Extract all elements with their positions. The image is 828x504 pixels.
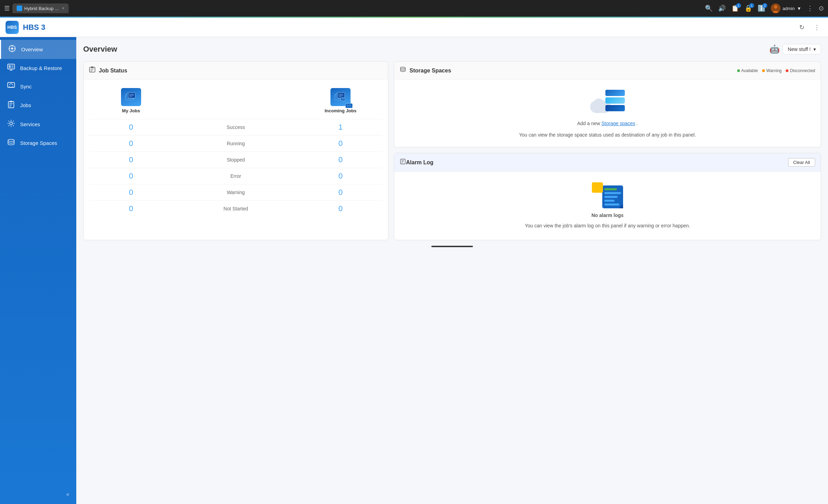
yellow-note bbox=[592, 182, 603, 193]
storage-spaces-panel: Storage Spaces Available Warning bbox=[394, 61, 821, 147]
alarm-log-panel: Alarm Log Clear All bbox=[394, 153, 821, 240]
storage-illustration bbox=[590, 88, 625, 116]
sidebar-collapse-btn[interactable]: « bbox=[0, 486, 76, 502]
svg-point-21 bbox=[10, 122, 12, 125]
sidebar-label-backup-restore: Backup & Restore bbox=[20, 65, 62, 71]
legend-disconnected: Disconnected bbox=[786, 68, 815, 73]
scroll-indicator bbox=[431, 246, 473, 247]
job-label: Not Started bbox=[173, 206, 299, 211]
job-header-row: My Jobs bbox=[89, 85, 382, 119]
db-stack bbox=[605, 88, 625, 113]
doc-line-2 bbox=[604, 196, 618, 198]
available-dot bbox=[737, 69, 740, 72]
svg-point-4 bbox=[11, 47, 13, 50]
backup-restore-icon bbox=[7, 64, 15, 72]
storage-period: . bbox=[637, 121, 638, 126]
job-row: 0 Not Started 0 bbox=[89, 200, 382, 217]
sidebar-item-sync[interactable]: Sync bbox=[0, 77, 76, 96]
job-status-panel: Job Status bbox=[83, 61, 388, 240]
sidebar-item-backup-restore[interactable]: Backup & Restore bbox=[0, 59, 76, 77]
browser-tab[interactable]: Hybrid Backup ... × bbox=[12, 3, 69, 13]
job-my-count: 0 bbox=[89, 204, 173, 213]
svg-rect-17 bbox=[10, 101, 12, 102]
app-header: HBS HBS 3 ↻ ⋮ bbox=[0, 18, 828, 37]
os-more-icon[interactable]: ⋮ bbox=[807, 5, 813, 12]
storage-empty-text: Add a new Storage spaces . bbox=[577, 120, 638, 127]
clear-all-button[interactable]: Clear All bbox=[788, 158, 815, 167]
alarm-empty-title: No alarm logs bbox=[592, 212, 624, 218]
app-window: HBS HBS 3 ↻ ⋮ Overv bbox=[0, 18, 828, 504]
tab-label: Hybrid Backup ... bbox=[24, 6, 59, 11]
tab-close-icon[interactable]: × bbox=[62, 6, 64, 11]
sidebar-item-jobs[interactable]: Jobs bbox=[0, 96, 76, 115]
app-more-icon[interactable]: ⋮ bbox=[811, 22, 822, 33]
main-layout: Overview Backup & Restore bbox=[0, 37, 828, 504]
hamburger-icon[interactable]: ☰ bbox=[4, 5, 10, 12]
job-in-count: 0 bbox=[299, 139, 382, 148]
os-dash-icon[interactable]: ⊙ bbox=[819, 5, 824, 12]
alarm-log-header: Alarm Log Clear All bbox=[394, 153, 821, 172]
storage-link[interactable]: Storage spaces bbox=[601, 121, 635, 126]
disconnected-dot bbox=[786, 69, 788, 72]
doc-line-4 bbox=[604, 203, 619, 206]
alarm-log-icon bbox=[400, 158, 406, 166]
db-disk-3 bbox=[605, 105, 625, 111]
alarm-empty-state: No alarm logs You can view the job's ala… bbox=[394, 172, 821, 240]
job-status-title: Job Status bbox=[99, 68, 382, 74]
sidebar: Overview Backup & Restore bbox=[0, 37, 76, 504]
job-status-panel-icon bbox=[89, 67, 95, 75]
job-row: 0 Error 0 bbox=[89, 168, 382, 184]
db-disk-1 bbox=[605, 90, 625, 96]
doc-corner bbox=[619, 204, 623, 208]
info-badge: 2 bbox=[762, 3, 767, 8]
doc-line-1 bbox=[604, 192, 621, 194]
sidebar-label-jobs: Jobs bbox=[20, 102, 31, 108]
available-label: Available bbox=[741, 68, 758, 73]
collapse-icon: « bbox=[66, 491, 69, 497]
svg-rect-24 bbox=[91, 67, 94, 68]
job-in-count: 1 bbox=[299, 123, 382, 132]
job-row: 0 Stopped 0 bbox=[89, 151, 382, 168]
sidebar-item-services[interactable]: Services bbox=[0, 115, 76, 134]
admin-area[interactable]: admin ▼ bbox=[771, 3, 801, 13]
alarm-empty-desc: You can view the job's alarm log on this… bbox=[525, 222, 690, 229]
app-title: HBS 3 bbox=[23, 23, 45, 32]
services-icon bbox=[7, 120, 15, 129]
svg-point-22 bbox=[8, 139, 14, 141]
search-icon[interactable]: 🔍 bbox=[705, 5, 713, 12]
new-stuff-button[interactable]: New stuff ! ▾ bbox=[783, 44, 821, 54]
storage-spaces-panel-icon bbox=[400, 67, 406, 75]
overview-icon bbox=[8, 45, 16, 54]
content-area: Overview 🤖 New stuff ! ▾ bbox=[76, 37, 828, 504]
storage-add-text: Add a new bbox=[577, 121, 600, 126]
lock-icon[interactable]: 🔒 1 bbox=[744, 5, 752, 12]
incoming-jobs-col: ⟨×⟩ Incoming Jobs bbox=[299, 88, 382, 113]
task-icon[interactable]: 📋 1 bbox=[731, 5, 739, 12]
job-status-header: Job Status bbox=[84, 62, 388, 80]
legend-warning: Warning bbox=[762, 68, 782, 73]
alarm-illustration bbox=[592, 182, 623, 208]
volume-icon[interactable]: 🔊 bbox=[718, 5, 726, 12]
lock-badge: 1 bbox=[749, 3, 754, 8]
refresh-icon[interactable]: ↻ bbox=[796, 22, 807, 33]
legend-available: Available bbox=[737, 68, 758, 73]
storage-spaces-header: Storage Spaces Available Warning bbox=[394, 62, 821, 80]
job-in-count: 0 bbox=[299, 155, 382, 164]
my-jobs-col: My Jobs bbox=[89, 88, 173, 113]
jobs-icon bbox=[7, 101, 15, 110]
info-icon[interactable]: ℹ️ 2 bbox=[758, 5, 765, 12]
svg-rect-16 bbox=[8, 102, 14, 108]
job-my-count: 0 bbox=[89, 155, 173, 164]
sidebar-item-storage-spaces[interactable]: Storage Spaces bbox=[0, 134, 76, 152]
job-rows-container: 0 Success 1 0 Running 0 0 Stopped 0 0 Er… bbox=[89, 119, 382, 217]
os-bar-right: 🔍 🔊 📋 1 🔒 1 ℹ️ 2 admin ▼ ⋮ ⊙ bbox=[705, 3, 824, 13]
job-row: 0 Success 1 bbox=[89, 119, 382, 135]
sidebar-item-overview[interactable]: Overview bbox=[0, 40, 76, 59]
warning-label: Warning bbox=[766, 68, 782, 73]
tab-favicon bbox=[17, 6, 22, 11]
admin-dropdown-icon: ▼ bbox=[797, 6, 801, 11]
job-in-count: 0 bbox=[299, 172, 382, 181]
job-my-count: 0 bbox=[89, 188, 173, 197]
job-label: Success bbox=[173, 124, 299, 130]
sidebar-label-services: Services bbox=[20, 121, 40, 127]
